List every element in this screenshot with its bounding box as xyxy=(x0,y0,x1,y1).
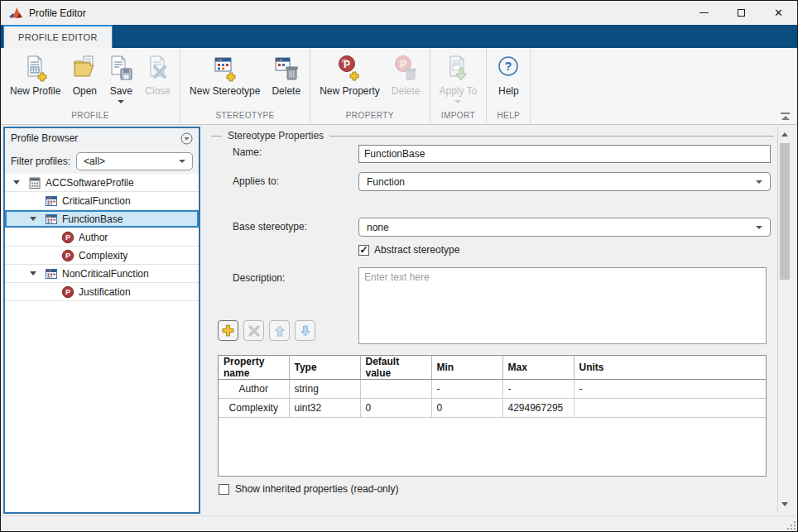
arrow-down-icon xyxy=(300,325,311,337)
stereotype-icon xyxy=(45,213,58,226)
tree-item-criticalfunction[interactable]: CriticalFunction xyxy=(5,192,199,210)
button-label: Close xyxy=(145,85,171,97)
collapse-ribbon-button[interactable] xyxy=(781,113,790,120)
vertical-scrollbar[interactable] xyxy=(777,127,791,512)
minimize-button[interactable] xyxy=(685,1,723,25)
cell-default-value[interactable] xyxy=(360,380,431,399)
profile-editor-window: Profile Editor ✕ PROFILE EDITOR xyxy=(0,0,798,532)
ribbon-group-help: ? Help HELP xyxy=(487,48,531,124)
new-stereotype-button[interactable]: New Stereotype xyxy=(184,50,266,97)
expander-icon[interactable] xyxy=(30,271,45,276)
name-field[interactable] xyxy=(358,145,771,163)
close-profile-button[interactable]: Close xyxy=(139,50,176,97)
cell-default-value[interactable]: 0 xyxy=(360,399,431,418)
cell-property-name[interactable]: Author xyxy=(219,380,289,399)
ribbon-group-label: IMPORT xyxy=(434,108,483,124)
property-icon: P xyxy=(61,249,75,262)
cell-min[interactable]: - xyxy=(431,380,502,399)
button-label: Delete xyxy=(272,85,300,97)
property-toolbar xyxy=(218,320,315,341)
cell-min[interactable]: 0 xyxy=(431,399,502,418)
applies-to-dropdown[interactable]: Function xyxy=(358,172,771,191)
table-row[interactable]: Author string - - - xyxy=(219,380,766,399)
checkmark-icon: ✓ xyxy=(359,245,368,255)
tree-item-accsoftwareprofile[interactable]: ACCSoftwareProfile xyxy=(5,174,199,192)
expander-icon[interactable] xyxy=(30,217,45,221)
tree-item-author[interactable]: P Author xyxy=(5,228,199,247)
scroll-up-button[interactable] xyxy=(778,128,791,141)
tree-item-label: Author xyxy=(79,232,108,243)
cell-type[interactable]: uint32 xyxy=(289,399,360,418)
window-title: Profile Editor xyxy=(29,7,86,19)
ribbon-group-import: Apply To IMPORT xyxy=(430,48,488,124)
help-button[interactable]: ? Help xyxy=(490,50,526,97)
tree-item-complexity[interactable]: P Complexity xyxy=(5,247,199,265)
cell-type[interactable]: string xyxy=(289,380,360,399)
collapse-ribbon-icon xyxy=(781,113,790,114)
resize-grip[interactable] xyxy=(786,520,796,530)
toolstrip-tab-band: PROFILE EDITOR xyxy=(1,25,797,48)
svg-text:P: P xyxy=(65,252,70,260)
apply-to-button[interactable]: Apply To xyxy=(434,50,483,103)
cell-units[interactable] xyxy=(574,399,766,418)
new-property-button[interactable]: P New Property xyxy=(314,50,386,97)
tree-item-label: Complexity xyxy=(79,250,127,261)
add-property-button[interactable] xyxy=(218,320,238,341)
scrollbar-thumb[interactable] xyxy=(780,143,790,280)
new-profile-button[interactable]: New Profile xyxy=(4,50,66,97)
scroll-down-button[interactable] xyxy=(778,498,791,510)
cell-property-name[interactable]: Complexity xyxy=(219,399,289,418)
base-stereotype-label: Base stereotype: xyxy=(233,221,307,232)
save-button[interactable]: Save xyxy=(103,50,139,103)
ribbon-group-label: HELP xyxy=(490,108,526,124)
column-header[interactable]: Max xyxy=(502,356,574,380)
cell-max[interactable]: 4294967295 xyxy=(502,399,574,418)
table-row[interactable]: Complexity uint32 0 0 4294967295 xyxy=(219,399,766,418)
column-header[interactable]: Type xyxy=(289,356,360,380)
close-button[interactable]: ✕ xyxy=(760,1,797,25)
delete-property-row-button[interactable] xyxy=(243,320,264,341)
tree-item-justification[interactable]: P Justification xyxy=(5,283,199,301)
cell-units[interactable]: - xyxy=(574,380,766,399)
chevron-down-icon xyxy=(756,180,762,184)
new-stereotype-icon xyxy=(212,53,238,83)
button-label: New Property xyxy=(320,85,380,97)
tree-item-noncriticalfunction[interactable]: NonCriticalFunction xyxy=(5,265,199,283)
delete-stereotype-icon xyxy=(273,53,300,83)
tab-profile-editor[interactable]: PROFILE EDITOR xyxy=(3,25,113,48)
section-title: Stereotype Properties xyxy=(228,130,324,141)
base-stereotype-dropdown[interactable]: none xyxy=(358,218,771,237)
panel-menu-icon[interactable] xyxy=(180,132,193,145)
expander-icon[interactable] xyxy=(13,180,28,185)
ribbon-group-stereotype: New Stereotype Dele xyxy=(180,48,310,124)
main-area: Profile Browser Filter profiles: <all> xyxy=(1,125,798,516)
profile-browser-title: Profile Browser xyxy=(11,132,78,144)
maximize-button[interactable] xyxy=(723,1,760,25)
show-inherited-checkbox[interactable]: ✓ xyxy=(219,484,229,495)
move-down-button[interactable] xyxy=(295,320,315,341)
tree-item-label: ACCSoftwareProfile xyxy=(46,177,134,189)
column-header[interactable]: Property name xyxy=(219,356,289,380)
property-icon: P xyxy=(61,231,75,244)
status-bar xyxy=(1,515,797,531)
minimize-icon xyxy=(699,12,709,13)
abstract-stereotype-checkbox[interactable]: ✓ xyxy=(358,245,369,256)
apply-to-icon xyxy=(445,53,470,83)
svg-text:P: P xyxy=(400,59,406,70)
column-header[interactable]: Units xyxy=(574,356,766,380)
filter-profiles-dropdown[interactable]: <all> xyxy=(76,152,193,170)
open-button[interactable]: Open xyxy=(66,50,103,97)
profile-browser-panel: Profile Browser Filter profiles: <all> xyxy=(3,127,200,514)
delete-stereotype-button[interactable]: Delete xyxy=(266,50,306,97)
column-header[interactable]: Default value xyxy=(360,356,431,380)
column-header[interactable]: Min xyxy=(431,356,502,380)
move-up-button[interactable] xyxy=(269,320,290,341)
delete-property-button[interactable]: P Delete xyxy=(386,50,426,97)
triangle-down-icon xyxy=(781,502,788,506)
stereotype-icon xyxy=(45,267,58,280)
new-property-icon: P xyxy=(336,53,363,83)
cell-max[interactable]: - xyxy=(502,380,574,399)
save-dropdown-caret-icon[interactable] xyxy=(118,100,124,103)
description-textarea[interactable] xyxy=(358,267,767,344)
tree-item-functionbase[interactable]: FunctionBase xyxy=(5,210,199,228)
